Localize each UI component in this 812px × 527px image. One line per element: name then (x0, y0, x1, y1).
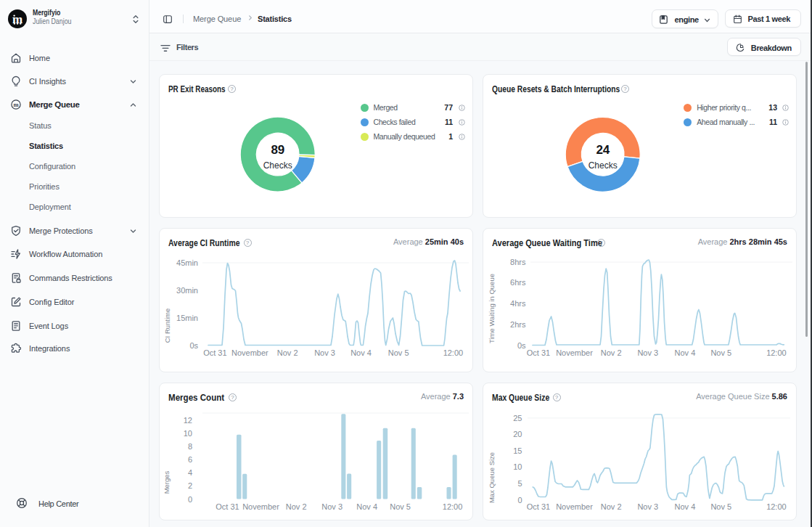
svg-text:CI Runtime: CI Runtime (163, 308, 171, 343)
svg-text:Nov 5: Nov 5 (388, 348, 409, 356)
svg-text:5: 5 (517, 478, 522, 487)
svg-text:2: 2 (188, 481, 192, 490)
svg-text:Oct 31: Oct 31 (203, 348, 226, 356)
svg-text:Checks: Checks (263, 160, 292, 171)
svg-text:24: 24 (596, 143, 610, 157)
svg-text:Checks: Checks (589, 160, 618, 171)
svg-text:89: 89 (271, 143, 284, 157)
svg-text:Nov 4: Nov 4 (675, 502, 696, 510)
svg-text:12:00: 12:00 (766, 348, 787, 356)
svg-text:Max Queue Size: Max Queue Size (488, 452, 496, 502)
svg-text:12:00: 12:00 (443, 502, 463, 510)
svg-text:Oct 31: Oct 31 (527, 348, 550, 356)
svg-text:15: 15 (513, 446, 522, 454)
svg-text:8: 8 (188, 441, 192, 450)
svg-text:4: 4 (188, 468, 192, 477)
svg-text:Nov 2: Nov 2 (286, 502, 307, 510)
svg-text:25: 25 (513, 413, 522, 422)
svg-text:Oct 31: Oct 31 (216, 502, 239, 510)
svg-text:10: 10 (513, 462, 522, 471)
svg-text:45min: 45min (176, 258, 198, 267)
svg-text:Nov 3: Nov 3 (637, 502, 658, 510)
svg-text:Nov 5: Nov 5 (390, 502, 411, 510)
svg-text:Nov 5: Nov 5 (710, 502, 731, 510)
svg-text:m: m (13, 101, 18, 108)
svg-text:4hrs: 4hrs (510, 299, 526, 308)
svg-text:November: November (242, 502, 279, 510)
svg-text:8hrs: 8hrs (510, 258, 526, 266)
svg-text:10: 10 (184, 428, 192, 437)
svg-text:12: 12 (184, 415, 192, 424)
svg-text:Nov 2: Nov 2 (601, 348, 622, 356)
svg-text:12:00: 12:00 (443, 348, 464, 356)
svg-text:Merges: Merges (163, 470, 171, 494)
svg-text:Nov 5: Nov 5 (710, 348, 731, 356)
svg-text:30min: 30min (176, 285, 198, 294)
svg-text:November: November (556, 348, 593, 356)
svg-text:Nov 4: Nov 4 (350, 348, 372, 356)
svg-text:November: November (556, 502, 593, 510)
svg-text:Nov 4: Nov 4 (675, 348, 696, 356)
svg-text:Nov 4: Nov 4 (356, 502, 377, 510)
svg-text:Oct 31: Oct 31 (527, 502, 550, 510)
svg-text:Nov 2: Nov 2 (277, 348, 298, 356)
svg-text:Nov 2: Nov 2 (601, 502, 622, 510)
svg-text:6hrs: 6hrs (510, 277, 526, 286)
svg-text:Nov 3: Nov 3 (321, 502, 343, 510)
svg-text:20: 20 (513, 430, 522, 438)
svg-text:Nov 3: Nov 3 (314, 348, 335, 356)
svg-text:2hrs: 2hrs (510, 319, 526, 328)
svg-text:12:00: 12:00 (766, 502, 787, 510)
svg-text:0s: 0s (189, 340, 198, 349)
svg-text:Nov 3: Nov 3 (637, 348, 658, 356)
svg-text:15min: 15min (176, 313, 198, 322)
svg-text:0: 0 (188, 494, 192, 503)
svg-text:November: November (231, 348, 268, 356)
svg-text:Time Waiting in Queue: Time Waiting in Queue (488, 274, 496, 343)
svg-text:6: 6 (188, 454, 192, 463)
svg-text:0: 0 (517, 495, 522, 504)
svg-text:0s: 0s (517, 340, 526, 349)
